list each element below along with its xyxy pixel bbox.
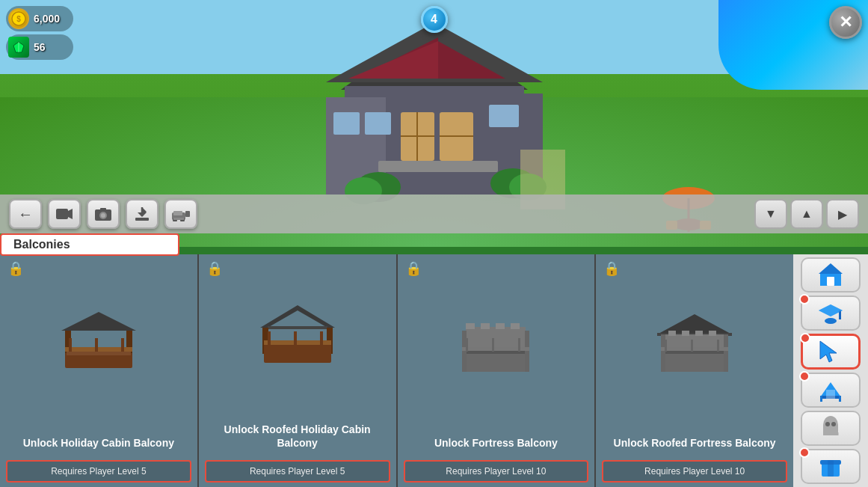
item-card-3[interactable]: 🔒: [398, 254, 597, 487]
svg-rect-73: [525, 331, 529, 372]
item-requirement-1: Requires Player Level 5: [6, 460, 191, 483]
svg-marker-40: [138, 212, 147, 217]
svg-rect-63: [294, 331, 297, 345]
coins-display: $ 6,000: [6, 6, 73, 31]
tent-icon: [817, 376, 844, 403]
back-button[interactable]: ←: [9, 199, 42, 229]
svg-rect-104: [826, 390, 835, 399]
coin-icon: $: [8, 8, 29, 29]
lock-icon-1: 🔒: [7, 260, 24, 277]
house-svg: [304, 15, 565, 209]
svg-rect-75: [466, 338, 468, 352]
svg-marker-50: [61, 312, 136, 331]
bulldozer-button[interactable]: [164, 199, 197, 229]
graduation-icon: [817, 300, 844, 327]
svg-text:$: $: [16, 15, 21, 23]
coins-value: 6,000: [34, 13, 60, 25]
download-button[interactable]: [126, 199, 158, 229]
svg-rect-42: [173, 211, 182, 215]
svg-rect-82: [682, 331, 689, 336]
svg-rect-92: [717, 340, 719, 352]
svg-rect-36: [100, 208, 106, 211]
level-value: 4: [431, 13, 437, 26]
notification-dot-unlock: [800, 333, 810, 343]
svg-rect-16: [378, 161, 498, 172]
lock-icon-4: 🔒: [603, 260, 620, 277]
sidebar-btn-box[interactable]: [801, 449, 861, 484]
svg-rect-60: [264, 344, 331, 363]
svg-rect-76: [492, 338, 494, 352]
svg-rect-84: [709, 331, 716, 336]
svg-marker-96: [819, 263, 843, 274]
svg-point-110: [831, 422, 836, 426]
balcony-preview-3: [455, 308, 537, 376]
svg-rect-95: [827, 277, 834, 286]
sidebar-btn-tent[interactable]: [801, 373, 861, 408]
sidebar-btn-hat[interactable]: [801, 295, 861, 331]
svg-rect-43: [185, 211, 190, 217]
gems-display: 56: [6, 34, 73, 60]
item-title-3: Unlock Fortress Balcony: [398, 430, 595, 456]
svg-rect-13: [333, 112, 360, 135]
sidebar-btn-ghost[interactable]: [801, 411, 861, 446]
box-icon: [817, 453, 844, 480]
svg-marker-56: [260, 305, 335, 328]
sidebar-btn-unlock[interactable]: [801, 334, 861, 370]
camera-button[interactable]: [87, 199, 120, 229]
svg-rect-53: [69, 338, 72, 352]
toolbar: ← ▼ ▲: [0, 195, 868, 233]
svg-marker-32: [68, 209, 73, 219]
svg-rect-77: [518, 338, 520, 352]
svg-rect-69: [511, 323, 520, 329]
item-card-2[interactable]: 🔒 Unlock Roofed Holiday Cabin Balcony Re…: [199, 254, 398, 487]
scroll-down-button[interactable]: ▼: [754, 199, 787, 229]
svg-rect-55: [121, 338, 124, 352]
item-preview-4: [596, 254, 793, 430]
svg-rect-31: [56, 209, 68, 219]
sidebar-btn-home[interactable]: [801, 257, 861, 292]
svg-rect-91: [691, 340, 693, 352]
item-card-4[interactable]: 🔒: [596, 254, 793, 487]
video-icon: [55, 207, 73, 221]
svg-rect-113: [828, 460, 834, 477]
top-bar: $ 6,000 56: [6, 6, 73, 60]
video-button[interactable]: [48, 199, 81, 229]
svg-rect-37: [135, 218, 149, 221]
balcony-preview-4: [653, 308, 736, 376]
svg-point-35: [101, 213, 105, 218]
svg-point-109: [825, 422, 830, 426]
svg-rect-66: [466, 323, 475, 329]
category-text: Balconies: [13, 238, 70, 251]
svg-rect-64: [320, 331, 323, 345]
unlock-icon: [817, 338, 844, 365]
svg-rect-51: [67, 352, 131, 355]
item-preview-3: [398, 254, 595, 430]
svg-rect-70: [462, 353, 529, 372]
scroll-right-button[interactable]: ▶: [826, 199, 859, 229]
svg-rect-83: [695, 331, 703, 336]
item-card-1[interactable]: 🔒 Unlock Holiday Cabin Balcony R: [0, 254, 199, 487]
svg-rect-14: [365, 112, 391, 135]
svg-rect-54: [95, 338, 98, 352]
scroll-up-button[interactable]: ▲: [790, 199, 823, 229]
notification-dot-box: [799, 447, 810, 458]
svg-rect-106: [839, 396, 841, 402]
balcony-preview-1: [58, 308, 140, 376]
svg-rect-88: [724, 334, 728, 372]
item-title-2: Unlock Roofed Holiday Cabin Balcony: [199, 417, 396, 456]
svg-rect-67: [481, 323, 490, 329]
item-requirement-2: Requires Player Level 5: [205, 460, 390, 483]
svg-rect-90: [665, 340, 667, 352]
close-button[interactable]: ✕: [829, 6, 862, 39]
items-grid: 🔒 Unlock Holiday Cabin Balcony R: [0, 254, 793, 487]
level-badge: 4: [421, 6, 448, 33]
camera-icon: [94, 206, 112, 221]
svg-rect-105: [820, 396, 822, 402]
svg-rect-62: [268, 331, 271, 345]
svg-marker-101: [820, 341, 837, 362]
svg-rect-46: [173, 218, 184, 220]
ghost-icon: [817, 414, 844, 441]
home-icon: [817, 262, 844, 289]
svg-rect-81: [668, 331, 676, 336]
gem-icon: [8, 37, 29, 58]
